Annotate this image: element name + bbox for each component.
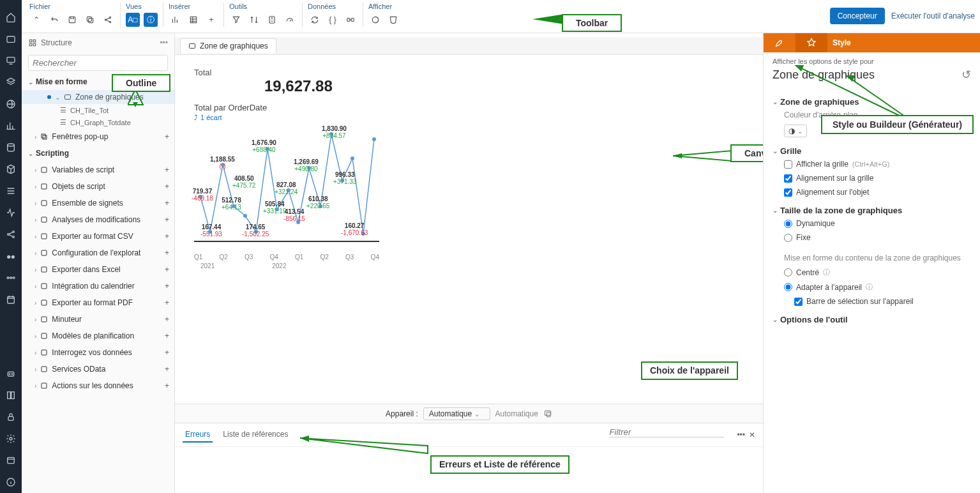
builder-tab-icon[interactable] xyxy=(764,33,795,52)
tile-total[interactable]: Total 19,627.88 xyxy=(194,68,744,95)
chk-snap-grid[interactable] xyxy=(784,174,792,183)
menu-tools[interactable]: Outils xyxy=(229,3,297,11)
radio-center[interactable] xyxy=(784,268,792,277)
add-icon[interactable]: + xyxy=(165,381,169,390)
binoculars-icon[interactable] xyxy=(0,245,22,267)
save-icon[interactable] xyxy=(65,13,79,27)
add-icon[interactable]: + xyxy=(165,265,169,274)
add-icon[interactable]: + xyxy=(165,232,169,241)
add-icon[interactable]: + xyxy=(165,315,169,324)
info-icon[interactable] xyxy=(0,471,22,493)
tool-calc-icon[interactable] xyxy=(265,13,279,27)
item-graph-totdate[interactable]: ☰ CH_Graph_Totdate xyxy=(22,116,174,128)
script-item[interactable]: › Services OData+ xyxy=(22,361,174,377)
add-icon[interactable]: + xyxy=(165,298,169,307)
tool-filter-icon[interactable] xyxy=(229,13,243,27)
device-select[interactable]: Automatique ⌄ xyxy=(423,407,490,420)
script-item[interactable]: › Exporter au format CSV+ xyxy=(22,228,174,245)
window-icon[interactable] xyxy=(0,450,22,471)
home-icon[interactable] xyxy=(0,6,22,28)
add-icon[interactable]: + xyxy=(165,199,169,208)
script-item[interactable]: › Analyses de modifications+ xyxy=(22,211,174,228)
menu-views[interactable]: Vues xyxy=(126,3,158,11)
style-tab-icon[interactable] xyxy=(795,33,827,52)
chart-icon[interactable] xyxy=(0,115,22,137)
script-item[interactable]: › Variables de script+ xyxy=(22,162,174,178)
pulse-icon[interactable] xyxy=(0,202,22,224)
monitor-icon[interactable] xyxy=(0,50,22,72)
tool-sort-icon[interactable] xyxy=(247,13,261,27)
errors-close-icon[interactable]: ✕ xyxy=(749,430,755,439)
data-link-icon[interactable] xyxy=(343,13,358,27)
data-braces-icon[interactable]: { } xyxy=(326,13,340,27)
add-icon[interactable]: + xyxy=(165,348,169,357)
chk-device-bar[interactable] xyxy=(794,298,803,306)
bgcolor-select[interactable]: ◑ ⌄ xyxy=(784,125,807,137)
list-icon[interactable] xyxy=(0,180,22,202)
tab-errors[interactable]: Erreurs xyxy=(183,427,213,443)
script-item[interactable]: › Interrogez vos données+ xyxy=(22,344,174,361)
device-icon[interactable] xyxy=(543,409,552,418)
section-size[interactable]: ⌄Taille de la zone de graphiques xyxy=(773,206,971,215)
chk-show-grid[interactable] xyxy=(784,160,792,169)
view-info-icon[interactable]: ⓘ xyxy=(144,13,158,27)
display-style-icon[interactable] xyxy=(368,13,382,27)
tab-references[interactable]: Liste de références xyxy=(220,427,290,443)
script-item[interactable]: › Modèles de planification+ xyxy=(22,328,174,344)
globe-icon[interactable] xyxy=(0,93,22,115)
tool-gauge-icon[interactable] xyxy=(283,13,297,27)
database-icon[interactable] xyxy=(0,137,22,158)
share-nodes-icon[interactable] xyxy=(101,13,115,27)
add-popup-icon[interactable]: + xyxy=(165,132,169,141)
script-item[interactable]: › Intégration du calendrier+ xyxy=(22,278,174,294)
folder-icon[interactable] xyxy=(0,28,22,50)
outline-search-input[interactable] xyxy=(28,55,168,71)
radio-fixed[interactable] xyxy=(784,234,792,242)
script-item[interactable]: › Exporter au format PDF+ xyxy=(22,294,174,311)
add-icon[interactable]: + xyxy=(165,215,169,224)
chk-snap-obj[interactable] xyxy=(784,188,792,197)
add-icon[interactable]: + xyxy=(165,365,169,374)
undo-icon[interactable] xyxy=(47,13,61,27)
insert-plus-icon[interactable]: + xyxy=(204,13,218,27)
gear-icon[interactable] xyxy=(0,428,22,450)
more-icon[interactable]: ••• xyxy=(160,38,168,47)
add-icon[interactable]: + xyxy=(165,331,169,340)
script-item[interactable]: › Configuration de l'explorat+ xyxy=(22,245,174,261)
view-controls-icon[interactable]: A□ xyxy=(126,13,140,27)
script-item[interactable]: › Actions sur les données+ xyxy=(22,377,174,394)
data-refresh-icon[interactable] xyxy=(308,13,322,27)
radio-fit[interactable] xyxy=(784,283,792,291)
menu-data[interactable]: Données xyxy=(308,3,358,11)
item-popups[interactable]: › Fenêtres pop-up+ xyxy=(22,128,174,145)
copy-icon[interactable] xyxy=(83,13,97,27)
reset-icon[interactable]: ↺ xyxy=(961,68,971,82)
section-tool[interactable]: ⌄Options de l'outil xyxy=(773,315,971,324)
script-item[interactable]: › Minuteur+ xyxy=(22,311,174,328)
script-item[interactable]: › Objets de script+ xyxy=(22,178,174,195)
add-icon[interactable]: + xyxy=(165,282,169,291)
robot-icon[interactable] xyxy=(0,363,22,384)
line-chart[interactable]: 719.37-469.18167.44-551.931,188.55(-)512… xyxy=(194,126,386,261)
chevron-up-icon[interactable]: ⌃ xyxy=(29,13,43,27)
insert-table-icon[interactable] xyxy=(186,13,200,27)
script-item[interactable]: › Exporter dans Excel+ xyxy=(22,261,174,278)
calendar-icon[interactable] xyxy=(0,289,22,310)
menu-insert[interactable]: Insérer xyxy=(169,3,218,11)
cube-icon[interactable] xyxy=(0,158,22,180)
add-icon[interactable]: + xyxy=(165,165,169,174)
designer-button[interactable]: Concepteur xyxy=(830,8,885,24)
canvas-tab[interactable]: Zone de graphiques xyxy=(180,38,276,53)
menu-file[interactable]: Fichier xyxy=(29,3,115,11)
errors-filter-input[interactable] xyxy=(609,427,724,437)
lock-icon[interactable] xyxy=(0,406,22,428)
item-canvas[interactable]: ⌄ Zone de graphiques xyxy=(22,90,174,104)
add-icon[interactable]: + xyxy=(165,248,169,257)
item-tile-tot[interactable]: ☰ CH_Tile_Tot xyxy=(22,104,174,116)
insert-chart-icon[interactable] xyxy=(169,13,183,27)
section-grid[interactable]: ⌄Grille xyxy=(773,146,971,156)
script-item[interactable]: › Ensemble de signets+ xyxy=(22,195,174,211)
add-icon[interactable]: + xyxy=(165,182,169,191)
radio-dynamic[interactable] xyxy=(784,220,792,228)
run-tool-button[interactable]: Exécuter l'outil d'analyse xyxy=(891,11,975,20)
